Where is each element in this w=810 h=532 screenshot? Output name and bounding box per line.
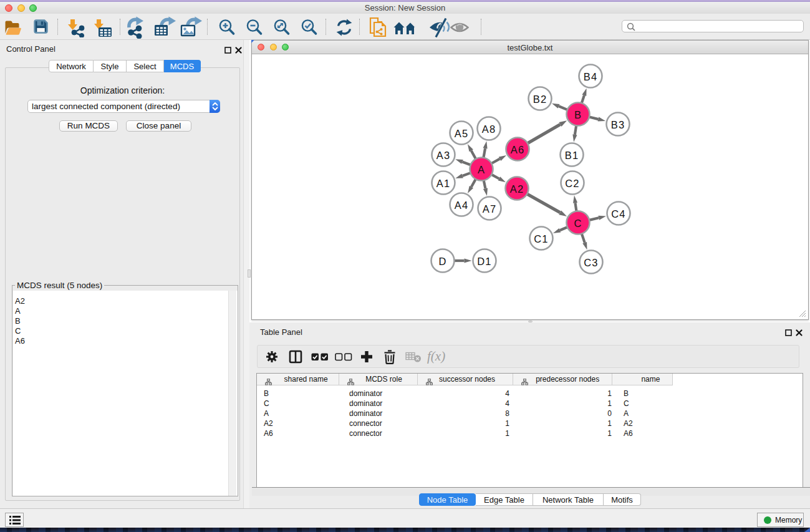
svg-text:D: D <box>438 256 446 267</box>
svg-text:B1: B1 <box>565 150 579 161</box>
svg-text:B: B <box>574 109 582 120</box>
svg-text:A5: A5 <box>455 128 469 139</box>
svg-text:A8: A8 <box>482 123 496 135</box>
svg-text:C1: C1 <box>534 233 549 244</box>
svg-text:D1: D1 <box>477 256 492 267</box>
svg-text:A1: A1 <box>436 178 451 189</box>
svg-text:A3: A3 <box>436 150 451 161</box>
svg-text:B2: B2 <box>533 94 547 105</box>
svg-text:A4: A4 <box>455 200 469 211</box>
svg-text:B3: B3 <box>611 119 625 130</box>
svg-text:C3: C3 <box>584 257 599 268</box>
svg-text:C: C <box>574 218 582 229</box>
svg-text:A7: A7 <box>483 203 497 215</box>
svg-text:A: A <box>478 164 485 175</box>
svg-text:B4: B4 <box>584 71 598 82</box>
svg-text:A6: A6 <box>511 144 525 155</box>
svg-text:C2: C2 <box>565 178 580 189</box>
svg-text:C4: C4 <box>611 208 626 220</box>
svg-text:A2: A2 <box>510 183 524 195</box>
